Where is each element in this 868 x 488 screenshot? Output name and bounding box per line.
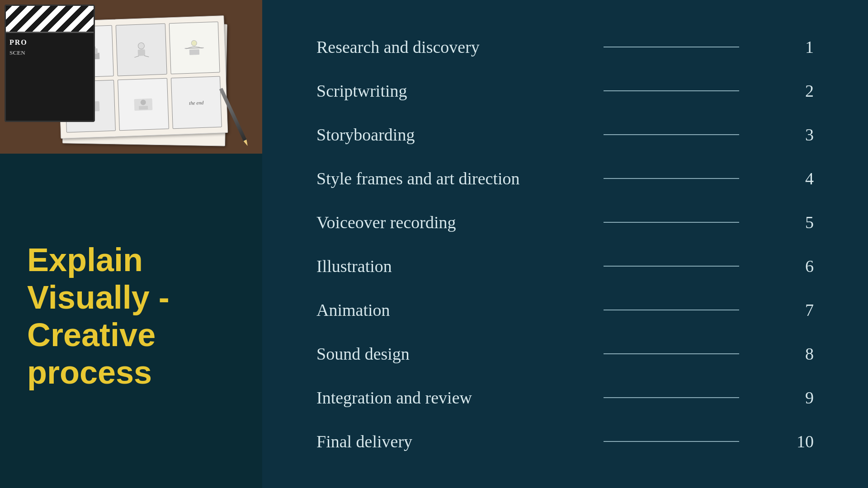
svg-rect-7 [138,49,145,56]
storyboard-panel-2 [116,23,167,76]
toc-label: Integration and review [316,388,552,408]
toc-number: 10 [791,432,814,451]
storyboard-panel-5 [118,78,169,131]
slide-layout: PRO SCEN BUS STOP [0,0,868,488]
svg-line-9 [144,55,149,56]
svg-rect-11 [185,47,204,48]
toc-item: Style frames and art direction4 [316,156,814,200]
toc-number: 5 [791,212,814,232]
toc-item: Animation7 [316,288,814,332]
clap-text-scene: SCEN [9,48,90,58]
title-area: Explain Visually - Creative process [0,154,262,488]
toc-number: 8 [791,344,814,364]
toc-item: Scriptwriting2 [316,69,814,113]
toc-number: 7 [791,300,814,320]
toc-line [604,178,739,179]
toc-label: Style frames and art direction [316,169,552,188]
svg-rect-12 [189,49,199,55]
toc-label: Illustration [316,256,552,276]
toc-number: 4 [791,169,814,188]
svg-point-6 [138,42,144,49]
clap-text-pro: PRO [9,37,90,48]
main-title: Explain Visually - Creative process [27,241,235,391]
toc-line [604,266,739,267]
toc-number: 3 [791,125,814,145]
toc-label: Storyboarding [316,125,552,145]
toc-container: Research and discovery1Scriptwriting2Sto… [316,25,814,463]
toc-item: Sound design8 [316,332,814,375]
hero-image: PRO SCEN BUS STOP [0,0,262,154]
toc-item: Research and discovery1 [316,25,814,69]
toc-label: Final delivery [316,432,552,451]
svg-rect-17 [134,98,152,110]
toc-number: 6 [791,256,814,276]
toc-label: Animation [316,300,552,320]
right-panel: Research and discovery1Scriptwriting2Sto… [262,0,868,488]
left-panel: PRO SCEN BUS STOP [0,0,262,488]
svg-point-10 [191,40,197,46]
toc-number: 2 [791,81,814,101]
toc-line [604,134,739,135]
toc-line [604,397,739,398]
toc-label: Sound design [316,344,552,364]
clapperboard: PRO SCEN [5,5,95,122]
toc-label: Voiceover recording [316,212,552,232]
svg-point-18 [141,99,146,105]
svg-line-8 [134,56,139,57]
svg-rect-19 [139,106,148,110]
clap-stripes [6,6,94,33]
toc-line [604,222,739,223]
toc-item: Illustration6 [316,244,814,288]
toc-item: Voiceover recording5 [316,200,814,244]
toc-line [604,353,739,354]
storyboard-panel-3 [169,22,220,75]
toc-line [604,441,739,442]
toc-item: Storyboarding3 [316,113,814,156]
storyboard-background: PRO SCEN BUS STOP [0,0,262,154]
clap-body: PRO SCEN [6,33,94,61]
toc-label: Research and discovery [316,37,552,57]
toc-line [604,310,739,310]
toc-number: 1 [791,37,814,57]
storyboard-panel-6: the end [171,76,222,129]
toc-number: 9 [791,388,814,408]
toc-label: Scriptwriting [316,81,552,101]
toc-line [604,90,739,91]
toc-item: Integration and review9 [316,375,814,419]
toc-item: Final delivery10 [316,419,814,463]
toc-line [604,47,739,47]
